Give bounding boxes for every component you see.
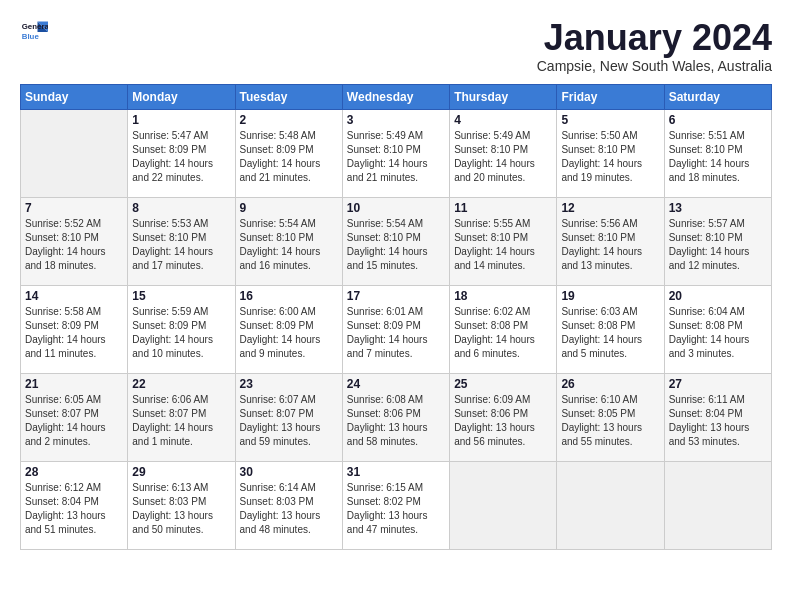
day-info: Sunrise: 6:09 AM Sunset: 8:06 PM Dayligh…	[454, 393, 552, 449]
day-number: 27	[669, 377, 767, 391]
calendar-cell: 1Sunrise: 5:47 AM Sunset: 8:09 PM Daylig…	[128, 109, 235, 197]
day-number: 23	[240, 377, 338, 391]
day-number: 1	[132, 113, 230, 127]
logo-icon: General Blue	[20, 18, 48, 46]
calendar-cell: 28Sunrise: 6:12 AM Sunset: 8:04 PM Dayli…	[21, 461, 128, 549]
day-info: Sunrise: 6:00 AM Sunset: 8:09 PM Dayligh…	[240, 305, 338, 361]
day-info: Sunrise: 5:49 AM Sunset: 8:10 PM Dayligh…	[347, 129, 445, 185]
weekday-header-saturday: Saturday	[664, 84, 771, 109]
calendar-cell	[557, 461, 664, 549]
weekday-header-friday: Friday	[557, 84, 664, 109]
header: General Blue January 2024 Campsie, New S…	[20, 18, 772, 74]
calendar-cell: 26Sunrise: 6:10 AM Sunset: 8:05 PM Dayli…	[557, 373, 664, 461]
day-number: 9	[240, 201, 338, 215]
calendar-cell: 3Sunrise: 5:49 AM Sunset: 8:10 PM Daylig…	[342, 109, 449, 197]
calendar-cell: 7Sunrise: 5:52 AM Sunset: 8:10 PM Daylig…	[21, 197, 128, 285]
day-info: Sunrise: 5:56 AM Sunset: 8:10 PM Dayligh…	[561, 217, 659, 273]
calendar-cell: 17Sunrise: 6:01 AM Sunset: 8:09 PM Dayli…	[342, 285, 449, 373]
calendar-week-1: 7Sunrise: 5:52 AM Sunset: 8:10 PM Daylig…	[21, 197, 772, 285]
calendar-week-2: 14Sunrise: 5:58 AM Sunset: 8:09 PM Dayli…	[21, 285, 772, 373]
weekday-header-thursday: Thursday	[450, 84, 557, 109]
calendar-cell: 19Sunrise: 6:03 AM Sunset: 8:08 PM Dayli…	[557, 285, 664, 373]
day-number: 8	[132, 201, 230, 215]
calendar-cell: 8Sunrise: 5:53 AM Sunset: 8:10 PM Daylig…	[128, 197, 235, 285]
weekday-header-sunday: Sunday	[21, 84, 128, 109]
day-number: 5	[561, 113, 659, 127]
calendar-table: SundayMondayTuesdayWednesdayThursdayFrid…	[20, 84, 772, 550]
calendar-cell	[450, 461, 557, 549]
calendar-cell: 27Sunrise: 6:11 AM Sunset: 8:04 PM Dayli…	[664, 373, 771, 461]
day-info: Sunrise: 5:52 AM Sunset: 8:10 PM Dayligh…	[25, 217, 123, 273]
calendar-cell: 6Sunrise: 5:51 AM Sunset: 8:10 PM Daylig…	[664, 109, 771, 197]
day-number: 19	[561, 289, 659, 303]
day-info: Sunrise: 5:54 AM Sunset: 8:10 PM Dayligh…	[240, 217, 338, 273]
day-info: Sunrise: 6:11 AM Sunset: 8:04 PM Dayligh…	[669, 393, 767, 449]
page: General Blue January 2024 Campsie, New S…	[0, 0, 792, 560]
day-number: 21	[25, 377, 123, 391]
weekday-header-monday: Monday	[128, 84, 235, 109]
calendar-cell: 31Sunrise: 6:15 AM Sunset: 8:02 PM Dayli…	[342, 461, 449, 549]
day-number: 31	[347, 465, 445, 479]
calendar-cell: 22Sunrise: 6:06 AM Sunset: 8:07 PM Dayli…	[128, 373, 235, 461]
day-number: 14	[25, 289, 123, 303]
calendar-cell: 21Sunrise: 6:05 AM Sunset: 8:07 PM Dayli…	[21, 373, 128, 461]
day-info: Sunrise: 6:07 AM Sunset: 8:07 PM Dayligh…	[240, 393, 338, 449]
location: Campsie, New South Wales, Australia	[537, 58, 772, 74]
day-number: 26	[561, 377, 659, 391]
day-info: Sunrise: 6:14 AM Sunset: 8:03 PM Dayligh…	[240, 481, 338, 537]
calendar-cell: 30Sunrise: 6:14 AM Sunset: 8:03 PM Dayli…	[235, 461, 342, 549]
day-number: 20	[669, 289, 767, 303]
day-info: Sunrise: 5:55 AM Sunset: 8:10 PM Dayligh…	[454, 217, 552, 273]
day-info: Sunrise: 6:15 AM Sunset: 8:02 PM Dayligh…	[347, 481, 445, 537]
day-number: 7	[25, 201, 123, 215]
day-info: Sunrise: 6:03 AM Sunset: 8:08 PM Dayligh…	[561, 305, 659, 361]
day-number: 2	[240, 113, 338, 127]
calendar-cell: 20Sunrise: 6:04 AM Sunset: 8:08 PM Dayli…	[664, 285, 771, 373]
calendar-cell: 14Sunrise: 5:58 AM Sunset: 8:09 PM Dayli…	[21, 285, 128, 373]
day-number: 18	[454, 289, 552, 303]
calendar-cell: 25Sunrise: 6:09 AM Sunset: 8:06 PM Dayli…	[450, 373, 557, 461]
calendar-week-4: 28Sunrise: 6:12 AM Sunset: 8:04 PM Dayli…	[21, 461, 772, 549]
day-info: Sunrise: 5:58 AM Sunset: 8:09 PM Dayligh…	[25, 305, 123, 361]
day-info: Sunrise: 6:02 AM Sunset: 8:08 PM Dayligh…	[454, 305, 552, 361]
calendar-cell: 5Sunrise: 5:50 AM Sunset: 8:10 PM Daylig…	[557, 109, 664, 197]
day-number: 28	[25, 465, 123, 479]
day-info: Sunrise: 5:51 AM Sunset: 8:10 PM Dayligh…	[669, 129, 767, 185]
month-title: January 2024	[537, 18, 772, 58]
calendar-cell	[664, 461, 771, 549]
day-info: Sunrise: 5:48 AM Sunset: 8:09 PM Dayligh…	[240, 129, 338, 185]
day-info: Sunrise: 6:06 AM Sunset: 8:07 PM Dayligh…	[132, 393, 230, 449]
calendar-cell: 9Sunrise: 5:54 AM Sunset: 8:10 PM Daylig…	[235, 197, 342, 285]
calendar-cell: 16Sunrise: 6:00 AM Sunset: 8:09 PM Dayli…	[235, 285, 342, 373]
day-number: 29	[132, 465, 230, 479]
day-number: 10	[347, 201, 445, 215]
calendar-body: 1Sunrise: 5:47 AM Sunset: 8:09 PM Daylig…	[21, 109, 772, 549]
day-number: 15	[132, 289, 230, 303]
calendar-cell: 10Sunrise: 5:54 AM Sunset: 8:10 PM Dayli…	[342, 197, 449, 285]
weekday-header-wednesday: Wednesday	[342, 84, 449, 109]
calendar-cell	[21, 109, 128, 197]
calendar-cell: 12Sunrise: 5:56 AM Sunset: 8:10 PM Dayli…	[557, 197, 664, 285]
day-number: 11	[454, 201, 552, 215]
day-info: Sunrise: 6:10 AM Sunset: 8:05 PM Dayligh…	[561, 393, 659, 449]
calendar-header: SundayMondayTuesdayWednesdayThursdayFrid…	[21, 84, 772, 109]
day-info: Sunrise: 5:54 AM Sunset: 8:10 PM Dayligh…	[347, 217, 445, 273]
calendar-week-0: 1Sunrise: 5:47 AM Sunset: 8:09 PM Daylig…	[21, 109, 772, 197]
day-number: 3	[347, 113, 445, 127]
day-info: Sunrise: 6:13 AM Sunset: 8:03 PM Dayligh…	[132, 481, 230, 537]
day-info: Sunrise: 5:47 AM Sunset: 8:09 PM Dayligh…	[132, 129, 230, 185]
day-number: 12	[561, 201, 659, 215]
day-number: 24	[347, 377, 445, 391]
title-block: January 2024 Campsie, New South Wales, A…	[537, 18, 772, 74]
calendar-cell: 23Sunrise: 6:07 AM Sunset: 8:07 PM Dayli…	[235, 373, 342, 461]
day-info: Sunrise: 6:05 AM Sunset: 8:07 PM Dayligh…	[25, 393, 123, 449]
day-info: Sunrise: 6:01 AM Sunset: 8:09 PM Dayligh…	[347, 305, 445, 361]
day-info: Sunrise: 6:04 AM Sunset: 8:08 PM Dayligh…	[669, 305, 767, 361]
day-number: 6	[669, 113, 767, 127]
day-number: 17	[347, 289, 445, 303]
day-number: 22	[132, 377, 230, 391]
calendar-cell: 24Sunrise: 6:08 AM Sunset: 8:06 PM Dayli…	[342, 373, 449, 461]
day-info: Sunrise: 5:53 AM Sunset: 8:10 PM Dayligh…	[132, 217, 230, 273]
day-number: 30	[240, 465, 338, 479]
day-info: Sunrise: 6:12 AM Sunset: 8:04 PM Dayligh…	[25, 481, 123, 537]
